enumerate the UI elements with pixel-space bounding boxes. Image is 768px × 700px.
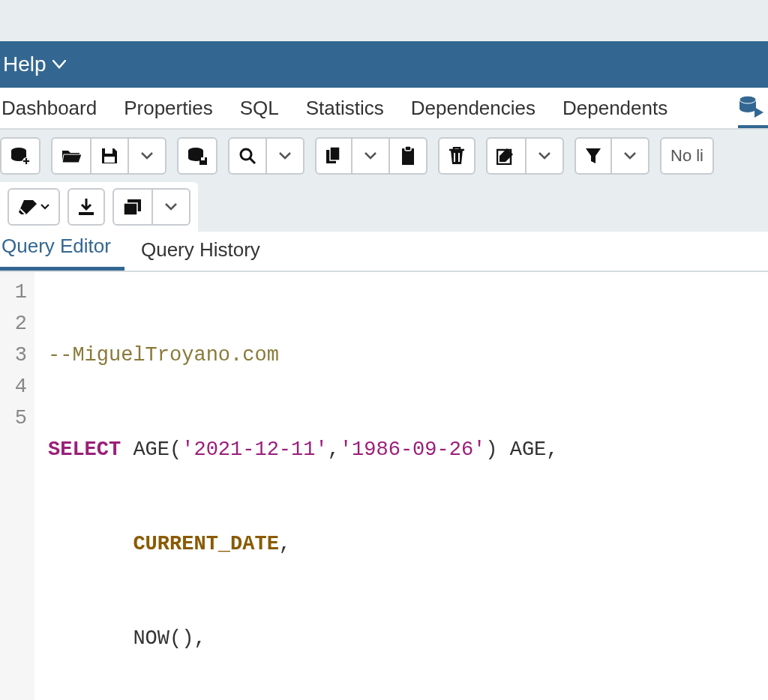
save-dropdown[interactable] [129, 137, 166, 175]
paste-icon [400, 146, 416, 166]
filter-dropdown[interactable] [612, 137, 650, 175]
limit-select[interactable]: No li [660, 137, 714, 175]
svg-rect-9 [201, 157, 205, 160]
line-number: 1 [3, 277, 27, 308]
line-gutter: 1 2 3 4 5 [0, 272, 34, 700]
toolbar: No li [0, 130, 768, 232]
query-editor[interactable]: 1 2 3 4 5 --MiguelTroyano.com SELECT AGE… [0, 272, 768, 700]
tab-dashboard[interactable]: Dashboard [2, 97, 97, 120]
database-play-icon [738, 95, 764, 118]
edit-button[interactable] [486, 137, 526, 175]
svg-marker-2 [754, 107, 764, 118]
copy-button[interactable] [315, 137, 352, 175]
svg-rect-14 [405, 146, 411, 151]
edit-icon [496, 147, 516, 165]
folder-open-icon [62, 148, 81, 164]
line-number: 3 [3, 340, 27, 371]
code-token: NOW(), [133, 627, 206, 650]
code-token: AGE( [121, 438, 182, 461]
open-file-button[interactable] [51, 137, 92, 175]
eraser-icon [18, 199, 38, 215]
line-number: 5 [3, 402, 27, 434]
save-data-button[interactable] [177, 137, 218, 175]
limit-label: No li [670, 146, 704, 166]
svg-rect-5 [105, 148, 112, 154]
clear-button[interactable] [8, 188, 60, 226]
tab-query-editor[interactable]: Query Editor [0, 227, 124, 271]
connection-button[interactable] [0, 137, 40, 175]
chevron-down-icon [52, 60, 66, 69]
code-token: , [279, 533, 291, 555]
panel-tabs: Dashboard Properties SQL Statistics Depe… [0, 88, 768, 130]
scratchpad-icon [123, 199, 142, 215]
window-top-spacer [0, 0, 768, 41]
find-dropdown[interactable] [267, 137, 304, 175]
code-token: '1986-09-26' [340, 438, 485, 461]
menu-help[interactable]: Help [3, 52, 66, 76]
chevron-down-icon [624, 152, 636, 160]
chevron-down-icon [141, 152, 153, 160]
svg-rect-17 [124, 203, 137, 215]
tab-statistics[interactable]: Statistics [306, 97, 384, 120]
copy-dropdown[interactable] [352, 137, 390, 175]
filter-button[interactable] [574, 137, 612, 175]
edit-dropdown[interactable] [526, 137, 564, 175]
trash-icon [448, 147, 465, 165]
tab-sql[interactable]: SQL [240, 97, 279, 120]
chevron-down-icon [40, 204, 50, 210]
database-icon [10, 147, 30, 165]
tab-query-tool[interactable] [738, 88, 768, 128]
line-number: 4 [3, 371, 27, 402]
chevron-down-icon [279, 152, 291, 160]
paste-button[interactable] [390, 137, 428, 175]
search-icon [238, 147, 256, 165]
tab-dependents[interactable]: Dependents [562, 97, 668, 120]
delete-button[interactable] [438, 137, 476, 175]
database-save-icon [188, 147, 207, 165]
copy-icon [326, 147, 342, 165]
chevron-down-icon [165, 203, 177, 211]
download-button[interactable] [68, 188, 105, 226]
tab-dependencies[interactable]: Dependencies [411, 97, 536, 120]
menubar: Help [0, 41, 768, 88]
line-number: 2 [3, 308, 27, 340]
scratchpad-button[interactable] [112, 188, 153, 226]
editor-tabs: Query Editor Query History [0, 232, 768, 272]
tab-query-history[interactable]: Query History [140, 231, 274, 271]
scratchpad-dropdown[interactable] [153, 188, 190, 226]
code-token: '2021-12-11' [182, 438, 327, 461]
code-token: CURRENT_DATE [133, 533, 278, 555]
code-token: SELECT [48, 438, 121, 461]
code-content[interactable]: --MiguelTroyano.com SELECT AGE('2021-12-… [34, 272, 728, 700]
toolbar-row-2 [0, 182, 198, 232]
code-token: ) AGE, [485, 438, 558, 461]
svg-rect-6 [104, 157, 115, 163]
find-button[interactable] [228, 137, 267, 175]
save-button[interactable] [92, 137, 129, 175]
menu-help-label: Help [3, 52, 46, 76]
save-icon [101, 148, 118, 164]
chevron-down-icon [364, 152, 376, 160]
filter-icon [585, 148, 602, 164]
code-token: , [328, 438, 340, 461]
code-token: --MiguelTroyano.com [48, 344, 279, 366]
chevron-down-icon [538, 152, 550, 160]
svg-point-10 [241, 149, 251, 160]
download-icon [78, 198, 94, 216]
svg-rect-12 [330, 147, 340, 160]
tab-properties[interactable]: Properties [124, 97, 213, 120]
